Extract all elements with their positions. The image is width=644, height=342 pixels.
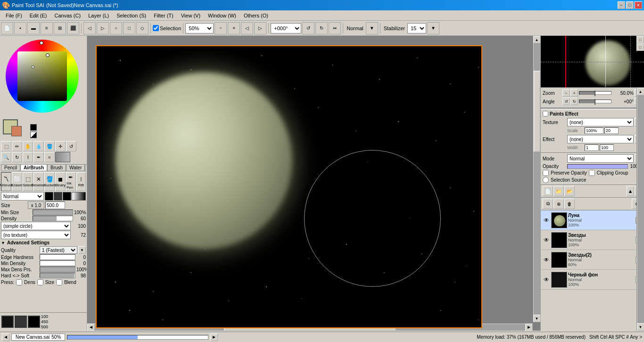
angle-select[interactable]: +000° <box>271 23 301 33</box>
swap-colors-btn[interactable] <box>30 132 37 138</box>
preview-btn-1[interactable]: □ <box>636 36 644 43</box>
color-dark-big[interactable] <box>15 316 27 328</box>
zoom-plus-btn[interactable]: + <box>570 89 578 97</box>
max-dens-slider[interactable] <box>40 267 75 272</box>
lc-new-folder-btn[interactable]: 📁 <box>553 186 564 196</box>
quality-select[interactable]: 1 (Fastest) <box>40 246 77 254</box>
brush-tool-rift[interactable]: ⁞ Rift <box>76 172 86 191</box>
tool-hand[interactable]: ✋ <box>23 141 33 151</box>
opacity-gradient[interactable] <box>55 152 70 162</box>
la-merge-btn[interactable]: ⊕ <box>553 199 564 209</box>
tb-zoom-in[interactable]: + <box>228 22 240 34</box>
tool-selection-rect[interactable]: ⬚ <box>1 141 11 151</box>
tab-expand[interactable]: ▶ <box>85 164 87 171</box>
layer-item-stars[interactable]: 👁 Звезды Normal 100% <box>541 230 644 250</box>
zoom-slider[interactable] <box>579 91 611 95</box>
brush-tool-select[interactable]: ⬚ Select <box>23 172 33 191</box>
paint-canvas[interactable] <box>96 45 482 328</box>
tb-nav1[interactable]: ◁ <box>83 22 96 34</box>
tb-new[interactable]: 📄 <box>1 22 13 34</box>
scroll-down-btn[interactable]: ▼ <box>533 315 541 322</box>
tool-lasso2[interactable]: ⌇ <box>23 152 33 162</box>
tool-rotate[interactable]: ↻ <box>12 152 22 162</box>
menu-file[interactable]: File (F) <box>2 11 26 20</box>
layer-eye-stars[interactable]: 👁 <box>543 236 550 244</box>
brush-tool-airbrush[interactable]: 〽 Airbrush <box>1 172 11 191</box>
tool-eyedrop[interactable]: 💧 <box>33 141 44 151</box>
color-dark[interactable] <box>54 192 62 200</box>
clipping-group-check[interactable] <box>589 170 595 176</box>
tb-stab-down[interactable]: ▼ <box>427 22 439 34</box>
canvas-area[interactable]: ▲ ▼ ◀ ▶ <box>87 36 540 331</box>
color-picker[interactable] <box>17 51 67 101</box>
layer-item-stars2[interactable]: 👁 Звезды(2) Normal 60% <box>541 250 644 270</box>
brush-tool-bucket[interactable]: 🪣 Bucket <box>44 172 55 191</box>
size-checkbox[interactable] <box>37 279 43 285</box>
tool-move[interactable]: ✛ <box>55 141 66 151</box>
tb-nav5[interactable]: ◇ <box>136 22 149 34</box>
size-value[interactable]: 500.0 <box>45 201 65 209</box>
blend-checkbox[interactable] <box>56 279 62 285</box>
tb-b3[interactable]: ≡ <box>41 22 53 34</box>
brush-tool-deselect[interactable]: ✕ Deselect <box>33 172 44 191</box>
tool-selection-lasso[interactable]: ✏ <box>12 141 22 151</box>
layer-item-darkbg[interactable]: 👁 Черный фон Normal 100% <box>541 270 644 290</box>
preserve-opacity-check[interactable] <box>543 170 549 176</box>
pe-scale-num[interactable]: 20 <box>604 127 619 134</box>
scroll-up-btn[interactable]: ▲ <box>533 36 541 43</box>
rp-scroll-down[interactable]: ▼ <box>637 323 644 331</box>
layer-item-luna[interactable]: 👁 Луна Normal 100% <box>541 210 644 230</box>
lc-new-layer-btn[interactable]: 📄 <box>543 186 553 196</box>
right-panel-scrollbar[interactable]: ▲ ▼ <box>636 88 644 331</box>
dens-checkbox[interactable] <box>16 279 22 285</box>
menu-layer[interactable]: Layer (L) <box>84 11 113 20</box>
tool-zoom[interactable]: 🔍 <box>1 152 11 162</box>
tb-ang2[interactable]: ↻ <box>315 22 328 34</box>
brush-tool-eraser[interactable]: ⬜ Eraser <box>12 172 22 191</box>
stabilizer-select[interactable]: 15051020 <box>407 23 426 33</box>
la-delete-btn[interactable]: 🗑 <box>564 199 575 209</box>
pe-width-num[interactable]: 1 <box>585 144 599 151</box>
lc-open-btn[interactable]: 📂 <box>564 186 575 196</box>
selection-checkbox[interactable] <box>153 25 159 31</box>
close-button[interactable]: ✕ <box>635 1 642 9</box>
pe-scale-val[interactable]: 100% <box>585 127 603 134</box>
min-size-slider[interactable] <box>33 209 73 215</box>
canvas-tab[interactable]: New Canvas.sai 50% <box>11 334 65 341</box>
tb-b2[interactable]: ▬ <box>27 22 40 34</box>
tool-fill[interactable]: 🪣 <box>44 141 55 151</box>
brush-tool-binary[interactable]: ◼ Binary <box>55 172 66 191</box>
bg-color-swatch[interactable] <box>11 126 22 136</box>
tb-blend-down[interactable]: ▼ <box>366 22 378 34</box>
adv-settings-header[interactable]: ▼ Advanced Settings <box>1 240 86 245</box>
color-gradient[interactable] <box>72 192 86 200</box>
color-black[interactable] <box>45 192 53 200</box>
maximize-button[interactable]: □ <box>626 1 634 9</box>
tb-b4[interactable]: ⊞ <box>54 22 66 34</box>
mo-mode-select[interactable]: Normal <box>567 154 634 163</box>
tb-b1[interactable]: ▪ <box>14 22 26 34</box>
tab-brush[interactable]: Brush <box>47 164 66 171</box>
size-mult-btn[interactable]: x 1.0 <box>28 201 44 209</box>
tb-nav2[interactable]: ▷ <box>97 22 109 34</box>
menu-window[interactable]: Window (W) <box>204 11 240 20</box>
minimize-button[interactable]: − <box>618 1 625 9</box>
la-copy-btn[interactable]: ⧉ <box>543 199 553 209</box>
pe-texture-select[interactable]: (none) <box>567 118 634 126</box>
brush-mode-select[interactable]: Normal <box>1 192 44 200</box>
layer-eye-luna[interactable]: 👁 <box>543 217 550 224</box>
angle-cw-btn[interactable]: ↻ <box>570 98 578 105</box>
menu-view[interactable]: View (V) <box>177 11 204 20</box>
scroll-right-btn[interactable]: ▶ <box>525 324 533 331</box>
menu-filter[interactable]: Filter (T) <box>150 11 177 20</box>
tb-zoom-out[interactable]: − <box>215 22 227 34</box>
status-left-btn[interactable]: ◀ <box>2 334 9 341</box>
selection-check[interactable]: Selection <box>153 25 181 31</box>
color-darkest-big[interactable] <box>28 316 40 328</box>
color-wheel[interactable] <box>6 40 79 113</box>
tb-nav4[interactable]: □ <box>123 22 135 34</box>
brush-tool-inkpen[interactable]: ✒ Ink Pen <box>66 172 76 191</box>
tb-flip[interactable]: ⇔ <box>329 22 341 34</box>
scroll-v-track[interactable] <box>534 43 540 315</box>
quality-dropdown-btn[interactable]: ▼ <box>78 246 86 254</box>
